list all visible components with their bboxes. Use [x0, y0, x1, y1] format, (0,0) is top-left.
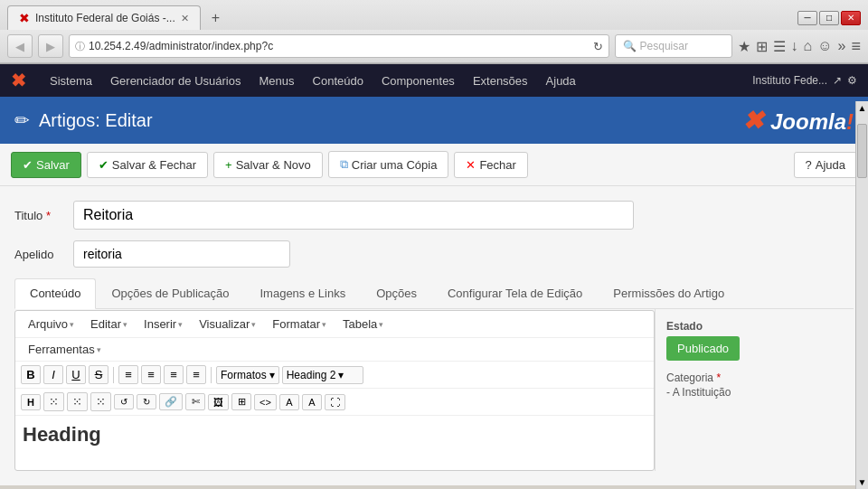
close-button[interactable]: ✕ — [841, 11, 861, 25]
home-icon[interactable]: ⌂ — [804, 38, 813, 54]
image-button[interactable]: 🖼 — [208, 394, 229, 410]
scroll-handle[interactable] — [857, 124, 867, 178]
alias-form-group: Apelido — [14, 240, 854, 268]
search-bar[interactable]: 🔍 Pesquisar — [615, 34, 732, 58]
menu-tabela[interactable]: Tabela ▾ — [335, 315, 391, 334]
title-input[interactable] — [73, 201, 634, 230]
save-icon: ✔ — [23, 158, 33, 172]
tab-publicacao[interactable]: Opções de Publicação — [96, 278, 244, 308]
align-center-button[interactable]: ≡ — [141, 365, 161, 384]
menu-arquivo[interactable]: Arquivo ▾ — [21, 315, 81, 334]
tab-close-button[interactable]: ✕ — [181, 13, 189, 24]
italic-button[interactable]: I — [43, 365, 63, 384]
search-placeholder: Pesquisar — [640, 40, 688, 52]
menu-formatar[interactable]: Formatar ▾ — [265, 315, 334, 334]
menu-visualizar[interactable]: Visualizar ▾ — [192, 315, 263, 334]
fullscreen-button[interactable]: ⛶ — [325, 394, 345, 410]
joomla-header: ✏ Artigos: Editar ✖ Joomla! — [0, 97, 868, 144]
help-button[interactable]: ? Ajuda — [794, 152, 857, 178]
close-button[interactable]: ✕ Fechar — [454, 152, 527, 178]
category-label: Categoria * — [666, 371, 843, 384]
menu-ferramentas[interactable]: Ferramentas ▾ — [21, 340, 108, 359]
nav-extensoes[interactable]: Extensões — [464, 64, 537, 97]
copy-button[interactable]: ⧉ Criar uma Cópia — [328, 151, 449, 178]
font-color-btn2[interactable]: A — [302, 394, 322, 410]
align-left-button[interactable]: ≡ — [118, 365, 138, 384]
state-label: Estado — [666, 320, 843, 333]
pocket-icon[interactable]: ⊞ — [756, 38, 768, 55]
nav-sistema[interactable]: Sistema — [41, 64, 101, 97]
align-right-button[interactable]: ≡ — [164, 365, 184, 384]
forward-button[interactable]: ▶ — [38, 34, 63, 58]
menu-inserir[interactable]: Inserir ▾ — [137, 315, 190, 334]
menu-arrow-icon: ▾ — [379, 320, 383, 329]
settings-icon[interactable]: ⚙ — [847, 74, 857, 87]
copy-icon: ⧉ — [340, 157, 348, 172]
joomla-top-logo: ✖ — [11, 70, 26, 91]
browser-tab[interactable]: ✖ Instituto Federal de Goiás -... ✕ — [7, 5, 201, 30]
joomla-brand: ✖ Joomla! — [742, 106, 854, 136]
alias-input[interactable] — [73, 240, 290, 268]
menu-arrow-icon: ▾ — [123, 320, 127, 329]
justify-button[interactable]: ≡ — [186, 365, 206, 384]
smile-icon[interactable]: ☺ — [817, 38, 832, 54]
special-btn-1[interactable]: H — [21, 394, 41, 410]
tab-imagens[interactable]: Imagens e Links — [244, 278, 361, 308]
url-text: 10.254.2.49/administrator/index.php?c — [89, 40, 590, 52]
tab-configurar[interactable]: Configurar Tela de Edição — [432, 278, 598, 308]
dropdown-arrow-icon: ▾ — [338, 369, 344, 381]
nav-componentes[interactable]: Componentes — [373, 64, 464, 97]
title-label: Titulo * — [14, 209, 64, 222]
heading-dropdown[interactable]: Heading 2 ▾ — [282, 366, 363, 384]
table-button[interactable]: ⊞ — [231, 393, 251, 410]
menu-icon[interactable]: ≡ — [851, 37, 861, 56]
outdent-button[interactable]: ↺ — [114, 394, 134, 409]
editor-body[interactable]: Heading — [15, 416, 654, 470]
editor-menubar: Arquivo ▾ Editar ▾ Inserir ▾ — [15, 311, 654, 338]
category-section: Categoria * - A Instituição — [666, 371, 843, 399]
tab-opcoes[interactable]: Opções — [361, 278, 432, 308]
code-button[interactable]: <> — [254, 394, 277, 410]
underline-button[interactable]: U — [66, 365, 86, 384]
url-bar[interactable]: ⓘ 10.254.2.49/administrator/index.php?c … — [69, 34, 609, 58]
nav-ajuda[interactable]: Ajuda — [537, 64, 585, 97]
strikethrough-button[interactable]: S — [89, 365, 108, 384]
link-button[interactable]: 🔗 — [159, 393, 183, 410]
unordered-list-button[interactable]: ⁙ — [43, 392, 64, 411]
menu-editar[interactable]: Editar ▾ — [83, 315, 135, 334]
state-badge: Publicado — [666, 336, 740, 361]
maximize-button[interactable]: □ — [819, 11, 839, 25]
page-title: ✏ Artigos: Editar — [14, 109, 153, 131]
save-close-button[interactable]: ✔ Salvar & Fechar — [87, 152, 208, 178]
external-link-icon[interactable]: ↗ — [833, 74, 842, 87]
indent-button[interactable]: ⁙ — [90, 392, 111, 411]
reload-button[interactable]: ↻ — [593, 40, 603, 53]
bold-button[interactable]: B — [21, 365, 41, 384]
download-icon[interactable]: ↓ — [791, 38, 798, 54]
editor-formatting-toolbar: B I U S ≡ ≡ ≡ ≡ Formatos — [15, 362, 654, 389]
tab-conteudo[interactable]: Conteúdo — [14, 278, 96, 309]
nav-menus[interactable]: Menus — [250, 64, 304, 97]
browser-toolbar-icons: ★ ⊞ ☰ ↓ ⌂ ☺ » ≡ — [738, 37, 861, 56]
scroll-down-button[interactable]: ▼ — [856, 475, 868, 489]
minimize-button[interactable]: ─ — [797, 11, 817, 25]
save-button[interactable]: ✔ Salvar — [11, 152, 81, 178]
font-color-button[interactable]: A — [279, 394, 299, 410]
nav-gerenciador[interactable]: Gerenciador de Usuários — [101, 64, 250, 97]
joomla-app: ✖ Sistema Gerenciador de Usuários Menus … — [0, 64, 868, 485]
new-tab-button[interactable]: + — [204, 6, 227, 30]
required-marker: * — [46, 209, 51, 222]
nav-conteudo[interactable]: Conteúdo — [304, 64, 373, 97]
more-tools-icon[interactable]: » — [838, 38, 846, 54]
scroll-up-button[interactable]: ▲ — [856, 101, 868, 115]
ordered-list-button[interactable]: ⁙ — [67, 392, 88, 411]
formats-dropdown[interactable]: Formatos ▾ — [216, 366, 279, 384]
unlink-button[interactable]: ✄ — [185, 393, 205, 410]
back-button[interactable]: ◀ — [7, 34, 33, 58]
page-scrollbar[interactable]: ▲ ▼ — [855, 101, 868, 489]
tab-permissoes[interactable]: Permissões do Artigo — [598, 278, 740, 308]
bookmark-icon[interactable]: ★ — [738, 38, 750, 55]
undo-button[interactable]: ↻ — [137, 394, 156, 409]
shield-icon[interactable]: ☰ — [773, 38, 786, 55]
save-new-button[interactable]: + Salvar & Novo — [213, 152, 323, 178]
